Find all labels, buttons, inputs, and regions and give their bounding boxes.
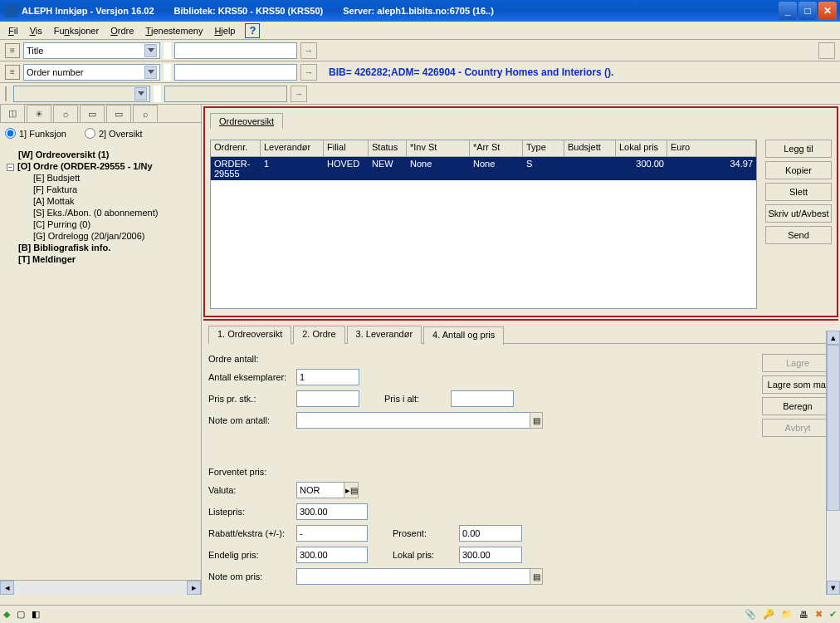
col-budsjett[interactable]: Budsjett	[564, 140, 616, 156]
lagre-button[interactable]: Lagre	[762, 354, 833, 372]
doc-icon[interactable]	[5, 43, 20, 58]
col-status[interactable]: Status	[369, 140, 407, 156]
left-tabstrip: ◫ ☀ ☼ ▭ ▭ ⌕	[0, 105, 201, 123]
help-icon[interactable]: ?	[245, 23, 260, 38]
chevron-down-icon	[144, 66, 157, 79]
h-scrollbar[interactable]: ◂ ▸	[0, 580, 201, 595]
col-arrst[interactable]: *Arr St	[470, 140, 523, 156]
col-invst[interactable]: *Inv St	[407, 140, 470, 156]
tree-eks-abon[interactable]: [S] Eks./Abon. (0 abonnement)	[3, 207, 198, 218]
col-lokalpris[interactable]: Lokal pris	[616, 140, 667, 156]
tree-ordrelogg[interactable]: [G] Ordrelogg (20/jan/2006)	[3, 230, 198, 242]
tab-2[interactable]: ☀	[27, 105, 51, 122]
lagre-mal-button[interactable]: Lagre som mal	[762, 375, 833, 394]
avbryt-button[interactable]: Avbryt	[762, 419, 833, 437]
v-scrollbar[interactable]: ▴ ▾	[826, 331, 840, 595]
maximize-button[interactable]: □	[798, 2, 817, 20]
status-icon-1[interactable]: ▢	[17, 609, 25, 620]
tree-meldinger[interactable]: [T] Meldinger	[3, 253, 198, 265]
tab-3[interactable]: ☼	[53, 105, 78, 122]
antall-eks-input[interactable]	[296, 369, 359, 385]
tab-1[interactable]: ◫	[0, 104, 25, 122]
status-icon-clip[interactable]: 📎	[745, 609, 756, 620]
order-grid[interactable]: Ordrenr. Leverandør Filial Status *Inv S…	[210, 140, 757, 309]
menu-tjenestemeny[interactable]: Tjenestemeny	[140, 24, 208, 37]
tree-purring[interactable]: [C] Purring (0)	[3, 218, 198, 230]
col-filial[interactable]: Filial	[324, 140, 369, 156]
collapse-icon[interactable]: −	[7, 164, 14, 171]
note-antall-input[interactable]	[296, 412, 530, 429]
beregn-button[interactable]: Beregn	[762, 397, 833, 415]
tab-6[interactable]: ⌕	[133, 105, 158, 122]
menu-funksjoner[interactable]: Funksjoner	[49, 24, 104, 37]
tab-ordreoversikt[interactable]: Ordreoversikt	[210, 113, 283, 129]
minimize-button[interactable]: _	[779, 2, 797, 20]
skriv-ut-button[interactable]: Skriv ut/Avbest	[765, 204, 832, 223]
close-button[interactable]: ✕	[818, 2, 837, 20]
scroll-left-button[interactable]: ◂	[0, 581, 14, 595]
tab-4[interactable]: ▭	[80, 105, 105, 122]
menu-vis[interactable]: Vis	[25, 24, 47, 37]
search2-input[interactable]	[174, 64, 297, 81]
search1-input[interactable]	[174, 42, 297, 59]
valuta-picker-button[interactable]: ▸	[344, 482, 359, 498]
status-icon-2[interactable]: ◧	[32, 609, 40, 620]
legg-til-button[interactable]: Legg til	[765, 140, 832, 158]
menu-fil[interactable]: Fil	[3, 24, 23, 37]
tree-biblio[interactable]: [B] Bibliografisk info.	[3, 242, 198, 253]
scroll-right-button[interactable]: ▸	[187, 581, 201, 595]
status-icon-print[interactable]: 🖶	[799, 610, 808, 620]
pris-alt-input[interactable]	[451, 390, 514, 407]
lokal-input[interactable]	[459, 547, 522, 563]
tree-ordreoversikt[interactable]: [W] Ordreoversikt (1)	[3, 149, 198, 160]
tab-4-antall-pris[interactable]: 4. Antall og pris	[423, 326, 504, 345]
search2-go-button[interactable]	[300, 64, 317, 81]
kopier-button[interactable]: Kopier	[765, 161, 832, 179]
menu-hjelp[interactable]: Hjelp	[209, 24, 240, 37]
scroll-thumb[interactable]	[827, 345, 840, 511]
col-type[interactable]: Type	[523, 140, 564, 156]
search3-go-button[interactable]	[291, 86, 307, 102]
expand-note-antall-button[interactable]	[530, 412, 543, 429]
prosent-input[interactable]	[459, 525, 522, 542]
col-ordrenr[interactable]: Ordrenr.	[211, 140, 261, 156]
search1-go-button[interactable]	[300, 42, 317, 59]
scroll-down-button[interactable]: ▾	[827, 581, 840, 595]
col-euro[interactable]: Euro	[667, 140, 756, 156]
search2-type-select[interactable]: Order number	[23, 64, 160, 81]
search1-type-select[interactable]: Title	[23, 42, 160, 59]
rabatt-input[interactable]	[296, 525, 368, 542]
status-icon-check[interactable]: ✔	[829, 609, 837, 620]
pris-stk-input[interactable]	[296, 390, 359, 407]
doc-icon-2[interactable]	[5, 65, 20, 80]
tree-mottak[interactable]: [A] Mottak	[3, 195, 198, 207]
tree-budsjett[interactable]: [E] Budsjett	[3, 172, 198, 184]
status-icon-close[interactable]: ✖	[815, 609, 823, 620]
col-leverandor[interactable]: Leverandør	[261, 140, 324, 156]
valuta-input[interactable]	[296, 482, 344, 498]
radio-funksjon[interactable]: 1] Funksjon	[5, 128, 66, 139]
search3-select[interactable]	[13, 86, 150, 102]
slett-button[interactable]: Slett	[765, 183, 832, 201]
tree-ordre[interactable]: −[O] Ordre (ORDER-29555 - 1/Ny	[3, 160, 198, 172]
status-icon-folder[interactable]: 📁	[781, 609, 793, 620]
note-pris-input[interactable]	[296, 568, 530, 585]
status-icon-key[interactable]: 🔑	[763, 609, 774, 620]
tab-5[interactable]: ▭	[106, 105, 131, 122]
nav-tree[interactable]: [W] Ordreoversikt (1) −[O] Ordre (ORDER-…	[0, 144, 201, 580]
send-button[interactable]: Send	[765, 226, 832, 244]
lbl-pris-stk: Pris pr. stk.:	[208, 394, 296, 404]
grid-row[interactable]: ORDER-29555 1 HOVED NEW None None S 300.…	[211, 157, 756, 180]
panel-toggle-button[interactable]	[818, 42, 835, 59]
tab-3-leverandor[interactable]: 3. Leverandør	[347, 326, 422, 344]
tab-2-ordre[interactable]: 2. Ordre	[293, 326, 344, 344]
tab-1-ordreoversikt[interactable]: 1. Ordreoversikt	[208, 326, 291, 344]
menu-ordre[interactable]: Ordre	[105, 24, 139, 37]
search3-input[interactable]	[164, 86, 287, 102]
endelig-input[interactable]	[296, 547, 368, 563]
scroll-up-button[interactable]: ▴	[827, 331, 840, 345]
listepris-input[interactable]	[296, 503, 368, 520]
radio-oversikt[interactable]: 2] Oversikt	[85, 128, 143, 139]
tree-faktura[interactable]: [F] Faktura	[3, 184, 198, 195]
expand-note-pris-button[interactable]	[530, 568, 543, 585]
